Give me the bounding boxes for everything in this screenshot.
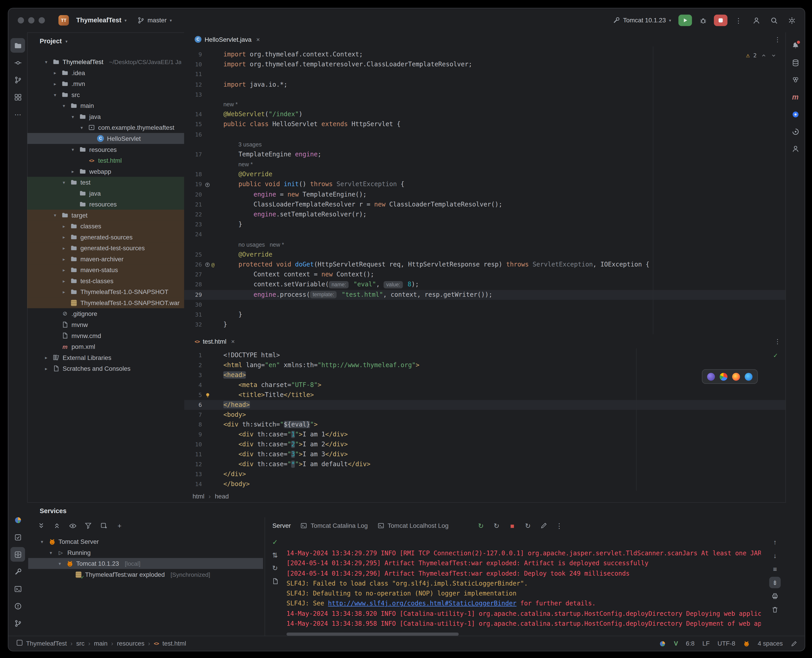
chrome-icon[interactable] xyxy=(719,373,727,381)
code-line[interactable]: 28 context.setVariable(name: "eval", val… xyxy=(184,280,786,290)
notifications-icon[interactable] xyxy=(788,38,803,53)
safari-icon[interactable] xyxy=(745,373,752,381)
code-with-me-button[interactable] xyxy=(749,15,763,26)
spring-icon[interactable] xyxy=(788,72,803,87)
more-tools-icon[interactable]: ⋯ xyxy=(10,107,25,122)
settings-button[interactable] xyxy=(785,15,798,26)
project-switcher[interactable]: ThymeleafTest ▾ xyxy=(73,15,130,26)
tree-item[interactable]: ▸Scratches and Consoles xyxy=(27,363,184,374)
stop-button[interactable] xyxy=(714,15,727,26)
tree-item[interactable]: mvnw.cmd xyxy=(27,330,184,341)
breadcrumb-item[interactable]: ThymeleafTest xyxy=(26,640,67,647)
tree-item[interactable]: ▸ThymeleafTest-1.0-SNAPSHOT xyxy=(27,286,184,298)
code-line[interactable]: 25 @Override xyxy=(184,249,786,260)
code-line[interactable]: 18 @Override xyxy=(184,170,786,180)
breadcrumb-item[interactable]: test.html xyxy=(162,640,186,647)
print-icon[interactable] xyxy=(769,590,781,602)
code-line[interactable]: 16 xyxy=(184,130,786,139)
console-tab-tomcat-localhost-log[interactable]: Tomcat Localhost Log xyxy=(377,522,448,529)
plugin-icon[interactable] xyxy=(659,640,666,647)
tree-item[interactable]: ▾▷Running xyxy=(28,547,263,558)
structure-icon[interactable] xyxy=(10,90,25,105)
run-button[interactable] xyxy=(678,15,692,26)
commit-icon[interactable] xyxy=(10,55,25,70)
usages-hint[interactable]: 3 usages xyxy=(223,140,262,150)
code-line[interactable]: 29 engine.process(template: "test.html",… xyxy=(184,290,786,300)
breadcrumb-item[interactable]: main xyxy=(94,640,107,647)
tree-item[interactable]: <>test.html xyxy=(27,155,184,166)
console-line[interactable]: 14-May-2024 13:34:38.958 INFO [Catalina-… xyxy=(287,619,761,629)
tree-item[interactable]: ▸generated-sources xyxy=(27,232,184,243)
breadcrumb-html[interactable]: html xyxy=(193,493,204,500)
code-line[interactable]: 10 <div th:case="2">I am 2</div> xyxy=(184,440,786,450)
console-line[interactable]: SLF4J: Failed to load class "org.slf4j.i… xyxy=(287,579,761,589)
expand-all-icon[interactable] xyxy=(35,520,47,531)
deployed-check-icon[interactable]: ✓ xyxy=(270,537,280,547)
usages-hint[interactable]: no usages new * xyxy=(223,240,284,249)
profiler-icon[interactable] xyxy=(10,513,25,527)
version-control-icon[interactable] xyxy=(10,616,25,630)
clear-icon[interactable] xyxy=(769,604,781,615)
file-encoding[interactable]: UTF-8 xyxy=(718,640,735,647)
tree-item[interactable]: resources xyxy=(27,199,184,210)
settings-sync-icon[interactable] xyxy=(788,141,803,156)
scroll-down-icon[interactable]: ↓ xyxy=(769,550,781,561)
console-line[interactable]: [2024-05-14 01:34:29,295] Artifact Thyme… xyxy=(287,559,761,569)
code-line[interactable]: 3<head> xyxy=(184,370,786,380)
collapse-all-icon[interactable] xyxy=(51,520,63,531)
panel-splitter[interactable] xyxy=(265,517,265,637)
firefox-icon[interactable] xyxy=(732,373,740,381)
code-line[interactable]: 9import org.thymeleaf.context.Context; xyxy=(184,50,786,60)
debug-button[interactable] xyxy=(696,15,710,26)
code-line[interactable]: 23 } xyxy=(184,219,786,229)
run-configuration-selector[interactable]: Tomcat 10.1.23 ▾ xyxy=(609,15,674,26)
maximize-window-icon[interactable] xyxy=(39,17,45,24)
tree-item[interactable]: ▾src xyxy=(27,89,184,100)
code-hint[interactable]: new * xyxy=(184,160,786,169)
tree-item[interactable]: ▾Tomcat 10.1.23 [local] xyxy=(28,558,263,569)
close-icon[interactable]: × xyxy=(256,36,260,43)
add-icon[interactable]: + xyxy=(114,520,125,531)
filter-icon[interactable] xyxy=(82,520,94,531)
code-line[interactable]: 12 <div th:case="*">I am default</div> xyxy=(184,459,786,469)
todo-icon[interactable] xyxy=(10,530,25,545)
code-line[interactable]: 1<!DOCTYPE html> xyxy=(184,351,786,360)
tab-options-icon[interactable]: ⋮ xyxy=(774,36,781,43)
code-line[interactable]: 11 <div th:case="3">I am 3</div> xyxy=(184,450,786,459)
override-icon[interactable] xyxy=(204,262,210,267)
ai-assistant-icon[interactable] xyxy=(788,124,803,139)
snapshot-icon[interactable] xyxy=(270,576,280,586)
tree-item[interactable]: ▸maven-status xyxy=(27,265,184,276)
tree-item[interactable]: ▾main xyxy=(27,100,184,111)
tree-item[interactable]: ▾java xyxy=(27,111,184,122)
code-line[interactable]: 11 xyxy=(184,69,786,80)
services-icon[interactable] xyxy=(10,547,25,562)
code-line[interactable]: 6</head> xyxy=(184,400,786,410)
console-line[interactable]: SLF4J: Defaulting to no-operation (NOP) … xyxy=(287,589,761,599)
maven-tool-icon[interactable]: m xyxy=(788,90,803,105)
edit-icon[interactable] xyxy=(538,520,549,531)
console-line[interactable]: 14-May-2024 13:34:38.920 INFO [Catalina-… xyxy=(287,609,761,619)
tree-item[interactable]: mvnw xyxy=(27,319,184,330)
tomcat-status-icon[interactable] xyxy=(743,640,750,647)
pull-requests-icon[interactable] xyxy=(10,72,25,87)
breadcrumb-item[interactable]: resources xyxy=(117,640,144,647)
indent-setting[interactable]: 4 spaces xyxy=(758,640,783,647)
database-icon[interactable] xyxy=(788,55,803,70)
code-line[interactable]: 13 xyxy=(184,89,786,100)
ideavim-icon[interactable]: V xyxy=(674,640,678,647)
code-line[interactable]: 31 } xyxy=(184,310,786,320)
project-panel-header[interactable]: Project ▾ xyxy=(27,32,184,50)
tree-item[interactable]: ▸test-classes xyxy=(27,275,184,286)
code-line[interactable]: 7<body> xyxy=(184,410,786,420)
code-line[interactable]: 17 TemplateEngine engine; xyxy=(184,150,786,160)
tree-item[interactable]: ThymeleafTest-1.0-SNAPSHOT.war xyxy=(27,297,184,308)
code-line[interactable]: 21 ClassLoaderTemplateResolver r = new C… xyxy=(184,200,786,210)
intention-bulb-icon[interactable] xyxy=(204,392,211,398)
code-line[interactable]: 27 Context context = new Context(); xyxy=(184,269,786,280)
tree-item[interactable]: ▸.mvn xyxy=(27,78,184,89)
branch-switcher[interactable]: master ▾ xyxy=(134,15,175,26)
sort-icon[interactable]: ⇅ xyxy=(270,550,280,559)
console-line[interactable]: [2024-05-14 01:34:29,296] Artifact Thyme… xyxy=(287,569,761,579)
new-window-icon[interactable] xyxy=(98,520,110,531)
